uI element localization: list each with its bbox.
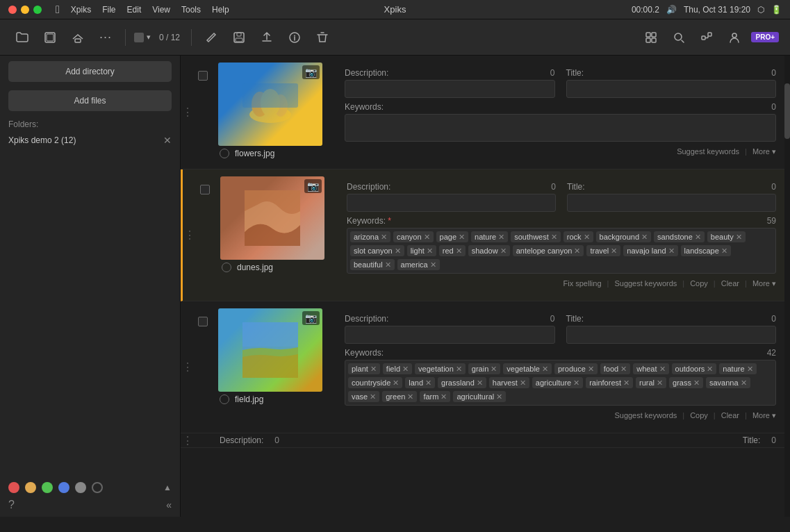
camera-overlay-icon[interactable]: 📷 xyxy=(302,65,320,79)
traffic-lights[interactable] xyxy=(8,6,42,14)
add-directory-button[interactable]: Add directory xyxy=(8,61,172,82)
help-icon[interactable]: ? xyxy=(8,499,15,511)
remove-keyword-icon[interactable]: ✕ xyxy=(456,365,462,373)
remove-keyword-icon[interactable]: ✕ xyxy=(407,393,413,401)
remove-keyword-icon[interactable]: ✕ xyxy=(747,365,753,373)
more-link[interactable]: More ▾ xyxy=(752,279,776,288)
minimize-button[interactable] xyxy=(21,6,29,14)
fix-spelling-link[interactable]: Fix spelling xyxy=(563,279,602,288)
remove-folder-icon[interactable]: ✕ xyxy=(163,135,172,146)
color-dot-empty[interactable] xyxy=(92,482,103,493)
remove-keyword-icon[interactable]: ✕ xyxy=(741,379,747,387)
keywords-container[interactable]: plant✕ field✕ vegetation✕ grain✕ vegetab… xyxy=(345,360,776,406)
maximize-button[interactable] xyxy=(33,6,42,14)
menu-view[interactable]: View xyxy=(152,5,170,15)
remove-keyword-icon[interactable]: ✕ xyxy=(657,379,663,387)
remove-keyword-icon[interactable]: ✕ xyxy=(456,247,462,255)
color-dot-red[interactable] xyxy=(8,482,19,493)
remove-keyword-icon[interactable]: ✕ xyxy=(573,379,579,387)
hat-icon[interactable] xyxy=(67,26,89,49)
stack-icon[interactable] xyxy=(39,26,61,49)
remove-keyword-icon[interactable]: ✕ xyxy=(402,365,409,373)
remove-keyword-icon[interactable]: ✕ xyxy=(424,233,430,241)
remove-keyword-icon[interactable]: ✕ xyxy=(520,379,526,387)
drag-handle[interactable]: ⋮ xyxy=(181,63,195,162)
info-icon[interactable] xyxy=(283,26,306,49)
remove-keyword-icon[interactable]: ✕ xyxy=(721,247,727,255)
suggest-keywords-link[interactable]: Suggest keywords xyxy=(677,147,739,156)
remove-keyword-icon[interactable]: ✕ xyxy=(425,379,431,387)
remove-keyword-icon[interactable]: ✕ xyxy=(693,379,700,387)
save-icon[interactable] xyxy=(228,26,250,49)
title-input[interactable] xyxy=(566,326,777,344)
close-button[interactable] xyxy=(8,6,17,14)
remove-keyword-icon[interactable]: ✕ xyxy=(668,247,675,255)
description-input[interactable] xyxy=(345,326,555,344)
trash-icon[interactable] xyxy=(311,26,334,49)
remove-keyword-icon[interactable]: ✕ xyxy=(736,233,742,241)
remove-keyword-icon[interactable]: ✕ xyxy=(641,233,648,241)
remove-keyword-icon[interactable]: ✕ xyxy=(385,261,391,269)
copy-link[interactable]: Copy xyxy=(690,411,708,420)
folder-icon[interactable] xyxy=(11,26,33,49)
description-input[interactable] xyxy=(347,194,556,212)
scrollbar-thumb[interactable] xyxy=(784,83,790,139)
drag-handle[interactable]: ⋮ xyxy=(181,308,195,426)
color-dot-green[interactable] xyxy=(42,482,53,493)
radio-button[interactable] xyxy=(220,394,229,404)
camera-overlay-icon[interactable]: 📷 xyxy=(302,311,320,325)
image-checkbox[interactable] xyxy=(200,185,210,194)
remove-keyword-icon[interactable]: ✕ xyxy=(370,393,376,401)
remove-keyword-icon[interactable]: ✕ xyxy=(623,379,629,387)
menu-file[interactable]: File xyxy=(102,5,115,15)
more-dots-icon[interactable]: ··· xyxy=(94,26,117,49)
grid-view-icon[interactable] xyxy=(640,26,662,49)
remove-keyword-icon[interactable]: ✕ xyxy=(498,233,504,241)
battery-icon[interactable]: 🔋 xyxy=(771,5,782,15)
menu-xpiks[interactable]: Xpiks xyxy=(71,5,91,15)
radio-button[interactable] xyxy=(220,149,229,158)
search-icon[interactable] xyxy=(668,26,690,49)
remove-keyword-icon[interactable]: ✕ xyxy=(496,393,502,401)
account-icon[interactable] xyxy=(723,26,746,49)
color-swatch-picker[interactable]: ▾ xyxy=(134,33,151,42)
title-input[interactable] xyxy=(567,194,776,212)
remove-keyword-icon[interactable]: ✕ xyxy=(370,365,377,373)
remove-keyword-icon[interactable]: ✕ xyxy=(542,365,548,373)
remove-keyword-icon[interactable]: ✕ xyxy=(427,247,433,255)
keywords-container[interactable] xyxy=(345,114,776,142)
description-input[interactable] xyxy=(345,80,555,98)
copy-link[interactable]: Copy xyxy=(690,279,708,288)
remove-keyword-icon[interactable]: ✕ xyxy=(381,233,387,241)
add-files-button[interactable]: Add files xyxy=(8,90,172,111)
remove-keyword-icon[interactable]: ✕ xyxy=(707,365,713,373)
remove-keyword-icon[interactable]: ✕ xyxy=(441,393,447,401)
remove-keyword-icon[interactable]: ✕ xyxy=(477,379,483,387)
suggest-keywords-link[interactable]: Suggest keywords xyxy=(614,279,677,288)
suggest-keywords-link[interactable]: Suggest keywords xyxy=(614,411,677,420)
image-checkbox[interactable] xyxy=(198,317,208,326)
menu-help[interactable]: Help xyxy=(212,5,229,15)
remove-keyword-icon[interactable]: ✕ xyxy=(395,247,401,255)
apple-icon[interactable]:  xyxy=(56,3,60,16)
collapse-dots-icon[interactable]: ▲ xyxy=(163,483,172,492)
remove-keyword-icon[interactable]: ✕ xyxy=(659,365,666,373)
remove-keyword-icon[interactable]: ✕ xyxy=(393,379,399,387)
remove-keyword-icon[interactable]: ✕ xyxy=(695,233,701,241)
color-dot-gray[interactable] xyxy=(75,482,86,493)
clear-link[interactable]: Clear xyxy=(721,411,739,420)
plugins-icon[interactable] xyxy=(696,26,718,49)
collapse-sidebar-icon[interactable]: « xyxy=(166,499,172,510)
scrollbar-track[interactable] xyxy=(784,56,790,517)
keywords-container[interactable]: arizona✕ canyon✕ page✕ nature✕ southwest… xyxy=(347,228,776,274)
menu-tools[interactable]: Tools xyxy=(181,5,201,15)
volume-icon[interactable]: 🔊 xyxy=(666,5,677,15)
remove-keyword-icon[interactable]: ✕ xyxy=(620,365,627,373)
color-dot-yellow[interactable] xyxy=(25,482,36,493)
remove-keyword-icon[interactable]: ✕ xyxy=(588,365,594,373)
menu-edit[interactable]: Edit xyxy=(127,5,142,15)
remove-keyword-icon[interactable]: ✕ xyxy=(459,233,465,241)
more-link[interactable]: More ▾ xyxy=(752,411,776,420)
color-dot-blue[interactable] xyxy=(58,482,69,493)
remove-keyword-icon[interactable]: ✕ xyxy=(551,233,557,241)
